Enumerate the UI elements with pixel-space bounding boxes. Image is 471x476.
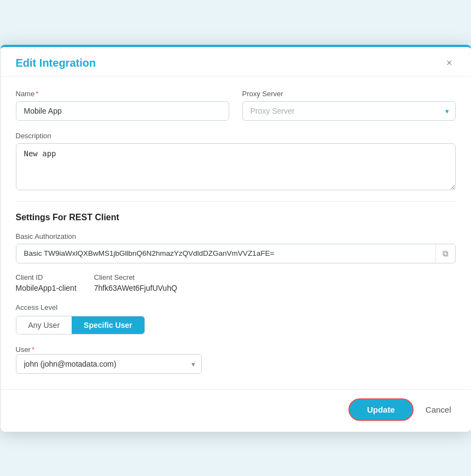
client-secret-label: Client Secret	[94, 273, 177, 281]
name-group: Name*	[16, 90, 229, 121]
user-select-wrapper: john (john@motadata.com) ▾	[16, 354, 202, 374]
edit-integration-modal: Edit Integration × Name* Proxy Server Pr…	[1, 45, 471, 432]
proxy-group: Proxy Server Proxy Server ▾	[242, 90, 456, 121]
any-user-button[interactable]: Any User	[16, 316, 72, 334]
access-level-group: Access Level Any User Specific User	[16, 303, 456, 334]
user-label: User*	[16, 345, 35, 354]
user-group: User* john (john@motadata.com) ▾	[16, 344, 456, 374]
modal-title: Edit Integration	[16, 57, 96, 69]
client-id-label: Client ID	[16, 273, 77, 281]
description-group: Description	[16, 132, 456, 190]
client-secret-item: Client Secret 7hfk63AWet6FjufUVuhQ	[94, 273, 177, 292]
proxy-label: Proxy Server	[242, 90, 456, 98]
modal-body: Name* Proxy Server Proxy Server ▾	[1, 77, 471, 389]
basic-auth-label: Basic Authorization	[16, 232, 456, 240]
client-id-value: MobileApp1-client	[16, 284, 77, 292]
modal-footer: Update Cancel	[1, 389, 471, 432]
access-level-label: Access Level	[16, 303, 456, 312]
update-button[interactable]: Update	[348, 398, 414, 421]
client-secret-value: 7hfk63AWet6FjufUVuhQ	[94, 284, 177, 292]
specific-user-button[interactable]: Specific User	[72, 316, 144, 334]
client-id-item: Client ID MobileApp1-client	[16, 273, 77, 292]
copy-icon: ⧉	[443, 249, 449, 258]
proxy-select-wrapper: Proxy Server ▾	[242, 101, 456, 121]
basic-auth-input[interactable]	[16, 244, 435, 262]
section-divider	[16, 201, 456, 202]
cancel-button[interactable]: Cancel	[421, 399, 456, 420]
description-label: Description	[16, 132, 456, 140]
client-info-row: Client ID MobileApp1-client Client Secre…	[16, 273, 456, 292]
user-select[interactable]: john (john@motadata.com)	[16, 354, 202, 374]
proxy-select[interactable]: Proxy Server	[242, 101, 456, 121]
description-textarea[interactable]	[16, 143, 456, 190]
section-title: Settings For REST Client	[16, 213, 456, 222]
modal-header: Edit Integration ×	[1, 47, 471, 77]
modal-overlay: Edit Integration × Name* Proxy Server Pr…	[0, 0, 471, 476]
close-button[interactable]: ×	[443, 57, 456, 69]
description-row: Description	[16, 132, 456, 190]
copy-button[interactable]: ⧉	[435, 244, 455, 263]
basic-auth-group: Basic Authorization ⧉	[16, 232, 456, 263]
access-level-buttons: Any User Specific User	[16, 316, 145, 334]
name-input[interactable]	[16, 101, 229, 121]
name-label: Name*	[16, 90, 229, 98]
name-proxy-row: Name* Proxy Server Proxy Server ▾	[16, 90, 456, 121]
auth-field-wrapper: ⧉	[16, 244, 456, 263]
